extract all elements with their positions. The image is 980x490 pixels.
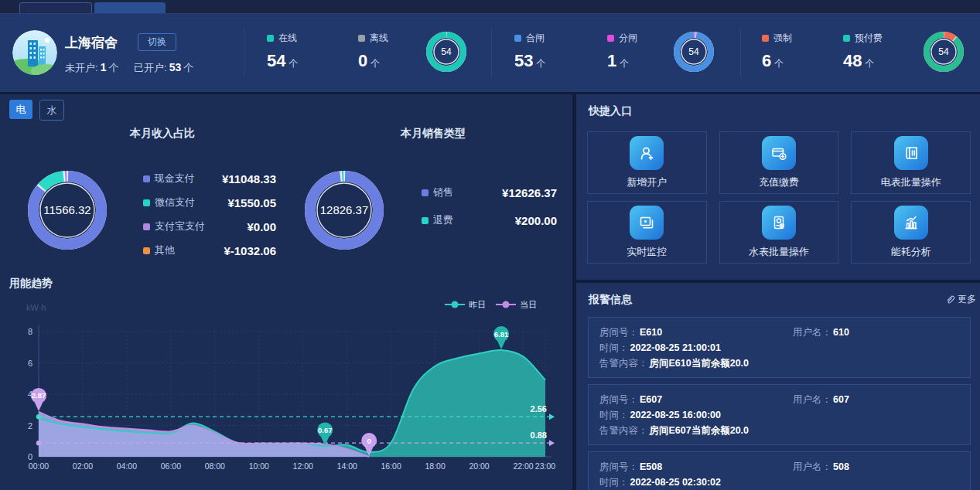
user-value: 607	[833, 394, 849, 405]
time-value: 2022-08-25 16:00:00	[630, 407, 721, 423]
alarm-card[interactable]: 房间号：E610 用户名：610 时间：2022-08-25 21:00:01 …	[588, 317, 971, 378]
stat-online: 在线 54个	[267, 32, 298, 71]
quick-entry-energy-analysis[interactable]: 能耗分析	[851, 201, 971, 264]
unit-label: 个	[289, 58, 298, 69]
sales-donut-chart: 12826.37	[304, 170, 384, 250]
stat-switch-off: 分闸 1个	[607, 32, 637, 71]
alarm-panel: 报警信息 更多 房间号：E610 用户名：610 时间：2022-08-25 2…	[576, 283, 980, 490]
alipay-legend-swatch	[143, 223, 150, 230]
divider	[740, 28, 741, 77]
unit-label: 个	[620, 58, 629, 69]
not-opened-value: 1	[101, 61, 107, 73]
divider	[244, 28, 244, 77]
svg-text:0.67: 0.67	[318, 426, 333, 434]
legend-value: ¥12626.37	[502, 186, 557, 199]
realtime-monitor-icon	[630, 206, 664, 240]
browser-tab-stub[interactable]	[19, 2, 92, 14]
quick-entry-grid: 新增开户 充值缴费 电表批量操作	[587, 131, 971, 264]
offline-legend-swatch	[358, 35, 365, 42]
svg-text:2.87: 2.87	[32, 391, 46, 400]
stat-value: 53	[514, 51, 533, 70]
quick-entry-realtime-monitor[interactable]: 实时监控	[587, 201, 707, 264]
quick-entry-recharge[interactable]: 充值缴费	[719, 131, 839, 194]
alarm-card[interactable]: 房间号：E508 用户名：508 时间：2022-08-25 02:30:02 …	[588, 451, 971, 490]
svg-text:2: 2	[28, 421, 32, 430]
stat-value: 1	[607, 51, 616, 70]
svg-text:54: 54	[688, 46, 699, 57]
svg-text:0.88: 0.88	[531, 430, 547, 440]
trend-chart-title: 用能趋势	[9, 277, 53, 291]
switch-on-legend-swatch	[514, 35, 521, 42]
unit-label: 个	[108, 62, 118, 73]
legend-label: 支付宝支付	[155, 219, 226, 233]
room-label: 房间号：	[599, 327, 638, 338]
user-label: 用户名：	[793, 461, 831, 472]
legend-label: 现金支付	[155, 172, 222, 185]
income-donut-chart: 11566.32	[27, 170, 108, 250]
time-label: 时间：	[599, 340, 629, 356]
tab-water[interactable]: 水	[39, 100, 64, 121]
svg-text:6.81: 6.81	[494, 330, 509, 339]
room-value: E508	[640, 461, 662, 472]
quick-entry-new-account[interactable]: 新增开户	[587, 131, 707, 194]
svg-text:02:00: 02:00	[73, 461, 93, 471]
alarm-more-link[interactable]: 更多	[945, 293, 976, 306]
svg-text:8: 8	[28, 327, 32, 336]
prepaid-legend-swatch	[843, 35, 850, 42]
stat-value: 0	[358, 51, 367, 70]
svg-text:0: 0	[28, 452, 32, 461]
income-legend: 现金支付¥11048.33 微信支付¥1550.05 支付宝支付¥0.00 其他…	[143, 172, 276, 267]
user-value: 610	[833, 327, 849, 338]
svg-text:54: 54	[441, 46, 452, 57]
divider	[491, 28, 492, 77]
paperclip-icon	[945, 294, 955, 305]
recharge-icon	[762, 136, 796, 170]
stat-label: 强制	[773, 32, 792, 45]
water-meter-icon	[762, 206, 796, 240]
legend-label: 微信支付	[155, 196, 226, 209]
other-legend-swatch	[143, 247, 150, 254]
time-value: 2022-08-25 02:30:02	[630, 475, 721, 490]
not-opened-label: 未开户:	[65, 62, 98, 73]
user-label: 用户名：	[793, 327, 831, 338]
quick-entry-panel: 快捷入口 新增开户 充值缴费	[576, 94, 980, 280]
svg-text:10:00: 10:00	[249, 461, 269, 471]
tab-electric[interactable]: 电	[9, 100, 32, 119]
refund-legend-swatch	[422, 217, 429, 224]
meter-mode-donut: 54	[923, 31, 965, 73]
content-value: 房间E610当前余额20.0	[650, 356, 750, 371]
svg-text:kW·h: kW·h	[26, 303, 46, 312]
svg-text:20:00: 20:00	[469, 461, 489, 471]
browser-tab-stub-active[interactable]	[94, 2, 166, 13]
alarm-card[interactable]: 房间号：E607 用户名：607 时间：2022-08-25 16:00:00 …	[588, 384, 971, 445]
user-plus-icon	[630, 136, 664, 170]
account-open-stats: 未开户:1个 已开户:53个	[65, 61, 193, 75]
quick-entry-electric-meter-batch[interactable]: 电表批量操作	[851, 131, 971, 194]
quick-entry-label: 充值缴费	[759, 175, 799, 189]
svg-text:18:00: 18:00	[425, 461, 445, 471]
time-label: 时间：	[599, 407, 629, 423]
stat-offline: 离线 0个	[358, 32, 388, 71]
svg-text:2.56: 2.56	[531, 404, 547, 413]
svg-text:12826.37: 12826.37	[320, 203, 369, 216]
unit-label: 个	[183, 62, 193, 73]
content-value: 房间E607当前余额20.0	[650, 423, 750, 438]
svg-text:08:00: 08:00	[205, 461, 225, 471]
legend-label: 退费	[433, 213, 504, 227]
svg-text:54: 54	[938, 46, 949, 57]
svg-text:04:00: 04:00	[117, 461, 137, 471]
sale-legend-swatch	[422, 189, 429, 196]
legend-value: ¥0.00	[226, 220, 276, 233]
content-label: 告警内容：	[599, 356, 648, 371]
user-label: 用户名：	[793, 394, 831, 405]
stat-forced: 强制 6个	[762, 32, 792, 71]
stat-label: 合闸	[526, 32, 545, 45]
forced-legend-swatch	[762, 35, 769, 42]
stat-label: 在线	[278, 32, 297, 45]
svg-text:06:00: 06:00	[161, 461, 181, 471]
legend-label: 其他	[155, 243, 224, 257]
quick-entry-water-meter-batch[interactable]: 水表批量操作	[719, 201, 839, 264]
switch-site-button[interactable]: 切换	[138, 33, 176, 51]
legend-label: 销售	[433, 185, 502, 199]
svg-text:23:00: 23:00	[535, 461, 555, 471]
